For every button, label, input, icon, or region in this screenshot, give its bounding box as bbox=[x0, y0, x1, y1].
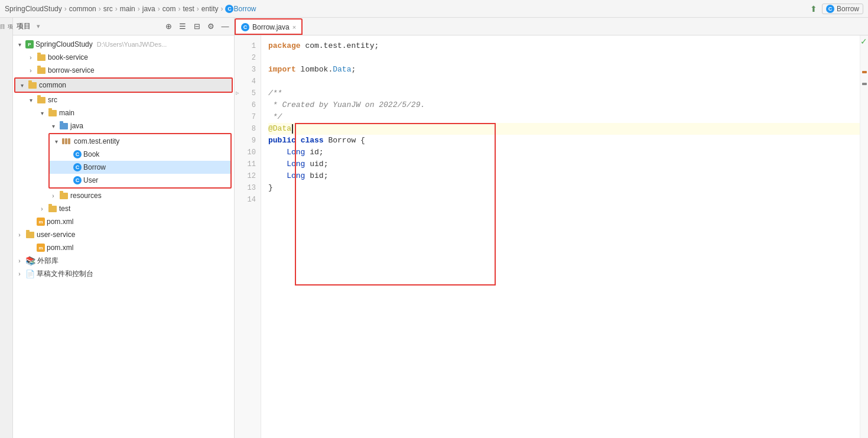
tab-close-btn[interactable]: × bbox=[292, 24, 296, 31]
align-btn[interactable]: ☰ bbox=[177, 21, 188, 32]
borrow-service-label: borrow-service bbox=[48, 66, 95, 74]
project-panel: 项目 ▾ ⊕ ☰ ⊟ ⚙ — ▾ P SpringCloudStudy D:\U… bbox=[13, 18, 235, 438]
comment-6: * Created by YuanJW on 2022/5/29. bbox=[268, 99, 425, 111]
plain-11a bbox=[268, 158, 287, 170]
breadcrumb-project[interactable]: SpringCloudStudy bbox=[5, 5, 62, 13]
plain-11b: uid; bbox=[305, 158, 328, 170]
line-num-13: 13 bbox=[235, 182, 261, 194]
fold-icon-5[interactable]: ▷ bbox=[236, 87, 239, 99]
tree-user-service[interactable]: › user-service bbox=[13, 228, 234, 241]
line-num-2: 2 bbox=[235, 52, 261, 64]
collapse-btn[interactable]: ⊟ bbox=[191, 21, 202, 32]
src-arrow: ▾ bbox=[27, 97, 35, 103]
test-label: test bbox=[59, 205, 70, 213]
code-content[interactable]: package com.test.entity; import lombok. … bbox=[261, 35, 860, 438]
tree-scratch[interactable]: › 📄 草稿文件和控制台 bbox=[13, 267, 234, 280]
breadcrumb-class[interactable]: Borrow bbox=[233, 5, 256, 13]
tree-book-service[interactable]: › book-service bbox=[13, 51, 234, 64]
user-service-folder-icon bbox=[25, 231, 35, 239]
pom-user-label: pom.xml bbox=[47, 244, 73, 252]
borrow-service-arrow: › bbox=[27, 67, 35, 74]
tree-resources[interactable]: › resources bbox=[13, 189, 234, 202]
breadcrumb-com[interactable]: com bbox=[162, 5, 176, 13]
sep4: › bbox=[138, 5, 140, 13]
plain-1: com.test.entity; bbox=[301, 40, 379, 52]
user-service-arrow: › bbox=[15, 232, 24, 238]
tree-borrow-service[interactable]: › borrow-service bbox=[13, 64, 234, 77]
breadcrumb-bar: SpringCloudStudy › common › src › main ›… bbox=[0, 0, 868, 18]
java-folder-icon bbox=[59, 122, 69, 130]
settings-btn[interactable]: ⚙ bbox=[206, 21, 216, 32]
breadcrumb-common[interactable]: common bbox=[69, 5, 96, 13]
main-folder-icon bbox=[48, 109, 57, 117]
tree-pom-common[interactable]: › m pom.xml bbox=[13, 215, 234, 228]
kw-import: import bbox=[268, 64, 296, 76]
line-num-14: 14 bbox=[235, 194, 261, 206]
type-long-3: Long bbox=[287, 170, 305, 182]
com-test-entity-label: com.test.entity bbox=[74, 137, 119, 145]
tree-test[interactable]: › test bbox=[13, 202, 234, 215]
back-icon[interactable]: ⬆ bbox=[810, 4, 817, 14]
main-layout: 项目 项目 ▾ ⊕ ☰ ⊟ ⚙ — ▾ P SpringCloudStudy D… bbox=[0, 18, 868, 438]
code-line-12: Long bid; bbox=[268, 170, 860, 182]
tree-borrow[interactable]: › C Borrow bbox=[50, 161, 230, 174]
plain-10b: id; bbox=[305, 147, 323, 158]
root-label: SpringCloudStudy bbox=[35, 40, 93, 48]
sep7: › bbox=[197, 5, 199, 13]
common-folder-icon bbox=[28, 81, 37, 89]
breadcrumb-main[interactable]: main bbox=[120, 5, 135, 13]
borrow-class-icon: C bbox=[73, 163, 82, 171]
breadcrumb-src[interactable]: src bbox=[103, 5, 113, 13]
breadcrumb-test[interactable]: test bbox=[183, 5, 194, 13]
code-line-5: /** bbox=[268, 87, 860, 99]
breadcrumb-java[interactable]: java bbox=[142, 5, 155, 13]
project-icon: P bbox=[25, 40, 34, 48]
line-num-7: 7 bbox=[235, 111, 261, 123]
minimize-btn[interactable]: — bbox=[220, 21, 230, 32]
tree-ext-libs[interactable]: › 📚 外部库 bbox=[13, 254, 234, 267]
code-line-6: * Created by YuanJW on 2022/5/29. bbox=[268, 99, 860, 111]
tree-root[interactable]: ▾ P SpringCloudStudy D:\Users\YuanJW\Des… bbox=[13, 38, 234, 51]
tree-common[interactable]: ▾ common bbox=[15, 79, 232, 92]
editor-right-bar: ✓ bbox=[860, 35, 868, 438]
code-line-11: Long uid; bbox=[268, 158, 860, 170]
breadcrumb-entity[interactable]: entity bbox=[201, 5, 219, 13]
code-line-1: package com.test.entity; bbox=[268, 40, 860, 52]
sep3: › bbox=[115, 5, 118, 13]
tree-user[interactable]: › C User bbox=[50, 174, 230, 187]
pom-user-icon: m bbox=[37, 244, 45, 252]
tab-borrow-java[interactable]: C Borrow.java × bbox=[235, 18, 303, 35]
tree-main[interactable]: ▾ main bbox=[13, 106, 234, 119]
src-folder-icon bbox=[37, 96, 46, 104]
book-service-folder-icon bbox=[37, 53, 46, 61]
root-path: D:\Users\YuanJW\Des... bbox=[97, 41, 167, 48]
sidebar-strip: 项目 bbox=[0, 18, 13, 438]
code-line-9: public class Borrow { bbox=[268, 135, 860, 147]
borrow-service-folder-icon bbox=[37, 66, 46, 74]
ext-libs-icon: 📚 bbox=[25, 256, 35, 265]
borrow-label: Borrow bbox=[83, 163, 106, 171]
tree-src[interactable]: ▾ src bbox=[13, 93, 234, 106]
tree-pom-user[interactable]: › m pom.xml bbox=[13, 241, 234, 254]
scroll-indicator-2 bbox=[862, 83, 867, 85]
dropdown-arrow[interactable]: ▾ bbox=[37, 22, 40, 30]
code-line-4 bbox=[268, 76, 860, 87]
sep8: › bbox=[220, 5, 223, 13]
java-label: java bbox=[70, 122, 83, 130]
class-badge[interactable]: C Borrow bbox=[822, 4, 863, 14]
lombok-data: Data bbox=[333, 64, 351, 76]
code-editor[interactable]: 1 2 3 4 ▷ 5 6 7 8 9 10 11 12 13 14 bbox=[235, 35, 868, 438]
main-label: main bbox=[59, 109, 74, 117]
tree-java[interactable]: ▾ java bbox=[13, 119, 234, 132]
class-badge-label: Borrow bbox=[837, 5, 859, 13]
tree-com-test-entity[interactable]: ▾ com.test.entity bbox=[50, 135, 230, 148]
type-long-2: Long bbox=[287, 158, 305, 170]
plain-3a: lombok. bbox=[296, 64, 333, 76]
scratch-label: 草稿文件和控制台 bbox=[37, 269, 93, 279]
line-num-5: ▷ 5 bbox=[235, 87, 261, 99]
book-service-label: book-service bbox=[48, 53, 88, 61]
add-btn[interactable]: ⊕ bbox=[163, 21, 174, 32]
book-service-arrow: › bbox=[27, 54, 35, 61]
tree-book[interactable]: › C Book bbox=[50, 148, 230, 161]
line-num-10: 10 bbox=[235, 147, 261, 158]
